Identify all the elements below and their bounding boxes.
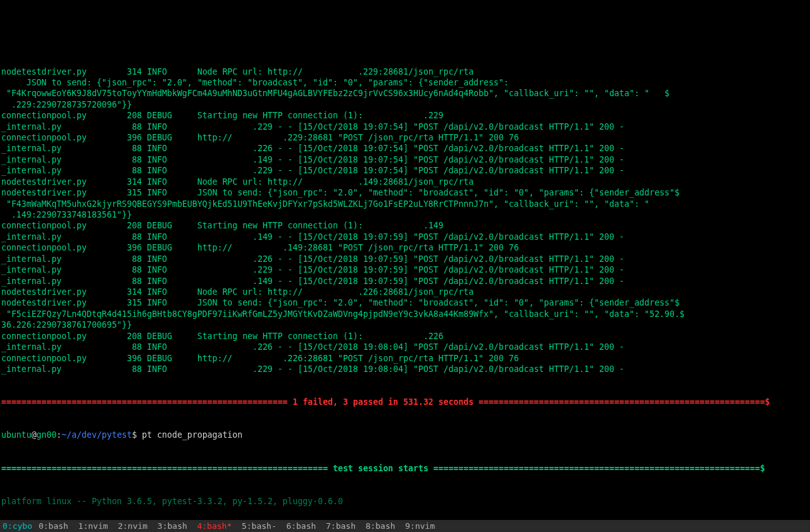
log-msg: .229 - - [15/Oct/2018 19:07:54] "POST /d… <box>197 166 625 175</box>
log-file: nodetestdriver.py <box>1 177 112 187</box>
test-summary: 1 failed, 3 passed in 531.32 seconds <box>293 397 474 407</box>
prompt-line[interactable]: ubuntu@gn00:~/a/dev/pytest$ pt cnode_pro… <box>1 430 809 440</box>
tmux-window-8[interactable]: 8:bash <box>366 521 406 531</box>
log-msg: Node RPC url: http:// .226:28681/json_rp… <box>197 287 474 297</box>
log-msg: "F4KrqowwEoY6K9J8dV75toToyYYmHdMbkWgFCm4… <box>1 89 670 98</box>
log-msg: Node RPC url: http:// .149:28681/json_rp… <box>197 177 474 187</box>
log-msg: JSON to send: {"json_rpc": "2.0", "metho… <box>197 298 680 307</box>
log-lineno: 315 <box>112 298 142 307</box>
log-lineno: 88 <box>112 155 142 164</box>
log-msg: .149 - - [15/Oct/2018 19:07:59] "POST /d… <box>197 276 625 286</box>
log-msg: JSON to send: {"json_rpc": "2.0", "metho… <box>1 78 509 87</box>
tmux-window-5[interactable]: 5:bash- <box>242 521 286 531</box>
log-msg: .226 - - [15/Oct/2018 19:08:04] "POST /d… <box>197 342 625 352</box>
log-level: DEBUG <box>147 331 187 341</box>
log-lineno: 88 <box>112 144 142 153</box>
log-level: INFO <box>147 232 187 242</box>
log-level: DEBUG <box>147 111 187 120</box>
log-lineno: 314 <box>112 67 142 77</box>
log-lineno: 315 <box>112 188 142 197</box>
log-lineno: 314 <box>112 287 142 297</box>
log-msg: .149 - - [15/Oct/2018 19:07:54] "POST /d… <box>197 155 625 164</box>
log-msg: .229 - - [15/Oct/2018 19:07:54] "POST /d… <box>197 122 625 132</box>
log-msg: .226 - - [15/Oct/2018 19:07:54] "POST /d… <box>197 144 625 153</box>
tmux-window-2[interactable]: 2:nvim <box>118 521 158 531</box>
tmux-window-6[interactable]: 6:bash <box>286 521 326 531</box>
command-input[interactable]: pt cnode_propagation <box>142 430 242 440</box>
log-file: _internal.py <box>1 276 112 286</box>
log-msg: Starting new HTTP connection (1): .226 <box>197 331 444 341</box>
log-msg: Starting new HTTP connection (1): .149 <box>197 221 444 230</box>
log-file: connectionpool.py <box>1 133 112 142</box>
log-file: connectionpool.py <box>1 111 112 120</box>
log-level: INFO <box>147 122 187 132</box>
log-msg: .229 - - [15/Oct/2018 19:07:59] "POST /d… <box>197 265 625 275</box>
log-lineno: 208 <box>112 111 142 120</box>
log-lineno: 396 <box>112 354 142 363</box>
log-lineno: 88 <box>112 166 142 175</box>
tmux-window-4[interactable]: 4:bash* <box>197 521 241 531</box>
log-level: INFO <box>147 287 187 297</box>
log-level: DEBUG <box>147 354 187 363</box>
tmux-window-3[interactable]: 3:bash <box>158 521 197 531</box>
log-file: nodetestdriver.py <box>1 67 112 77</box>
tmux-window-7[interactable]: 7:bash <box>326 521 366 531</box>
log-file: connectionpool.py <box>1 221 112 230</box>
log-msg: "F5ciEZFQzy7Ln4QDtqR4d415ih6gBHtb8CY8gPD… <box>1 309 685 319</box>
terminal-output[interactable]: nodetestdriver.py 314 INFO Node RPC url:… <box>0 44 810 532</box>
log-file: nodetestdriver.py <box>1 298 112 307</box>
log-msg: http:// .149:28681 "POST /json_rpc/rta H… <box>197 243 519 252</box>
log-file: connectionpool.py <box>1 331 112 341</box>
session-name[interactable]: 0:cybo <box>3 521 32 531</box>
log-file: nodetestdriver.py <box>1 287 112 297</box>
log-level: INFO <box>147 342 187 352</box>
log-level: INFO <box>147 144 187 153</box>
log-level: INFO <box>147 67 187 77</box>
log-msg: http:// .229:28681 "POST /json_rpc/rta H… <box>197 133 519 142</box>
platform-line: platform linux -- Python 3.6.5, pytest-3… <box>1 496 809 507</box>
log-file: _internal.py <box>1 364 112 374</box>
tmux-window-0[interactable]: 0:bash <box>39 521 78 531</box>
log-file: _internal.py <box>1 265 112 275</box>
log-file: _internal.py <box>1 166 112 175</box>
log-level: INFO <box>147 166 187 175</box>
log-level: DEBUG <box>147 221 187 230</box>
log-lineno: 88 <box>112 232 142 242</box>
log-file: connectionpool.py <box>1 243 112 252</box>
session-starts: test session starts <box>333 464 428 473</box>
log-msg: .229:2290728735720096"}} <box>1 100 132 109</box>
log-file: _internal.py <box>1 122 112 132</box>
log-lineno: 88 <box>112 364 142 374</box>
log-msg: Starting new HTTP connection (1): .229 <box>197 111 444 120</box>
prompt-host: gn00 <box>37 430 57 440</box>
log-file: _internal.py <box>1 342 112 352</box>
log-msg: JSON to send: {"json_rpc": "2.0", "metho… <box>197 188 680 197</box>
log-lineno: 88 <box>112 254 142 264</box>
log-msg: .226 - - [15/Oct/2018 19:07:59] "POST /d… <box>197 254 625 264</box>
log-lineno: 88 <box>112 342 142 352</box>
tmux-window-1[interactable]: 1:nvim <box>78 521 118 531</box>
log-msg: http:// .226:28681 "POST /json_rpc/rta H… <box>197 354 519 363</box>
log-msg: Node RPC url: http:// .229:28681/json_rp… <box>197 67 474 77</box>
log-lineno: 314 <box>112 177 142 187</box>
test-summary-pre: ========================================… <box>1 397 293 407</box>
log-msg: 36.226:2290738761700695"}} <box>1 320 132 330</box>
log-file: _internal.py <box>1 254 112 264</box>
log-level: INFO <box>147 177 187 187</box>
tmux-window-9[interactable]: 9:nvim <box>405 521 445 531</box>
log-level: INFO <box>147 265 187 275</box>
log-msg: .149:2290733748183561"}} <box>1 210 132 220</box>
log-lineno: 88 <box>112 276 142 286</box>
log-level: INFO <box>147 298 187 307</box>
log-level: DEBUG <box>147 243 187 252</box>
log-level: INFO <box>147 364 187 374</box>
log-level: DEBUG <box>147 133 187 142</box>
log-lineno: 396 <box>112 133 142 142</box>
log-msg: .229 - - [15/Oct/2018 19:08:04] "POST /d… <box>197 364 625 374</box>
log-level: INFO <box>147 188 187 197</box>
prompt-path: ~/a/dev/pytest <box>61 430 132 440</box>
tmux-statusbar[interactable]: 0:cybo 0:bash 1:nvim 2:nvim 3:bash 4:bas… <box>0 520 810 532</box>
log-level: INFO <box>147 155 187 164</box>
log-msg: "F43mWaMKqTM5uhxG2kjyrRS9QBEGYS9PmbEUBYQ… <box>1 199 649 209</box>
log-lineno: 208 <box>112 331 142 341</box>
